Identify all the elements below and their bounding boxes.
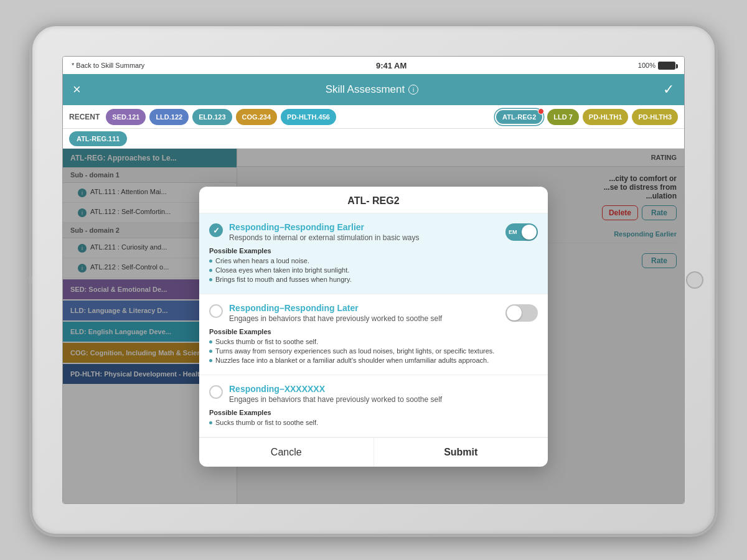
- tab-atlreg111[interactable]: ATL-REG.111: [69, 131, 127, 146]
- modal-option-1-text: Responding–Responding Earlier Responds t…: [229, 222, 419, 242]
- bullet: [209, 359, 212, 362]
- modal-title: ATL- REG2: [209, 195, 538, 207]
- tab-lld122[interactable]: LLD.122: [149, 109, 189, 125]
- bullet: [209, 259, 212, 263]
- info-icon[interactable]: i: [408, 85, 418, 95]
- camera: [686, 271, 703, 289]
- tab-sed121[interactable]: SED.121: [106, 109, 146, 125]
- modal-option-2-left: Responding–Responding Later Engages in b…: [209, 303, 442, 323]
- bullet: [209, 269, 212, 272]
- modal-body: Responding–Responding Earlier Responds t…: [199, 213, 548, 437]
- radio-button-3[interactable]: [209, 385, 223, 399]
- toggle-2[interactable]: EM: [505, 304, 538, 322]
- modal-option-1: Responding–Responding Earlier Responds t…: [199, 213, 548, 294]
- tab-eld123[interactable]: ELD.123: [192, 109, 232, 125]
- radio-button-2[interactable]: [209, 304, 223, 318]
- example-3-1: Sucks thumb or fist to soothe self.: [209, 419, 538, 426]
- modal-option-2: Responding–Responding Later Engages in b…: [199, 294, 548, 375]
- radio-button-1[interactable]: [209, 223, 223, 237]
- option-3-desc: Engages in behaviors that have previousl…: [229, 395, 442, 404]
- modal-option-2-text: Responding–Responding Later Engages in b…: [229, 303, 442, 323]
- option-3-title: Responding–XXXXXXX: [229, 384, 442, 394]
- modal-title-line1: ATL-: [347, 195, 369, 206]
- modal-dialog: ATL- REG2 Responding–R: [199, 187, 548, 467]
- header-title-text: Skill Assessment: [326, 83, 405, 96]
- side-button: [29, 276, 32, 284]
- battery-pct: 100%: [638, 62, 655, 69]
- option-1-title: Responding–Responding Earlier: [229, 222, 419, 232]
- tab-pdhlth1[interactable]: PD-HLTH1: [583, 109, 629, 125]
- tab-bar-row1: RECENT SED.121 LLD.122 ELD.123 COG.234 P…: [63, 105, 684, 129]
- tab-cog234[interactable]: COG.234: [236, 109, 277, 125]
- toggle-1-knob: [522, 225, 537, 240]
- main-content: ATL-REG: Approaches to Le... Sub - domai…: [63, 149, 684, 504]
- tab-pdhlth3[interactable]: PD-HLTH3: [632, 109, 678, 125]
- examples-header-2: Possible Examples: [209, 328, 538, 335]
- modal-overlay: ATL- REG2 Responding–R: [63, 149, 684, 504]
- modal-option-2-header: Responding–Responding Later Engages in b…: [209, 303, 538, 323]
- back-link[interactable]: * Back to Skill Summary: [72, 62, 144, 69]
- tab-pdhlth456[interactable]: PD-HLTH.456: [281, 109, 336, 125]
- ipad-frame: * Back to Skill Summary 9:41 AM 100% × S…: [31, 25, 716, 535]
- bullet: [209, 350, 212, 353]
- bullet: [209, 340, 212, 343]
- example-2-3: Nuzzles face into a blanket or a familia…: [209, 357, 538, 364]
- bullet: [209, 421, 212, 424]
- example-2-1: Sucks thumb or fist to soothe self.: [209, 338, 538, 345]
- header-bar: × Skill Assessment i ✓: [63, 74, 684, 105]
- modal-option-1-header: Responding–Responding Earlier Responds t…: [209, 222, 538, 242]
- modal-header: ATL- REG2: [199, 187, 548, 213]
- toggle-1-label: EM: [509, 229, 517, 235]
- example-1-1: Cries when hears a loud noise.: [209, 257, 538, 264]
- example-1-2: Closea eyes when taken into bright sunli…: [209, 266, 538, 274]
- toggle-wrapper-2: EM: [505, 304, 538, 322]
- header-title: Skill Assessment i: [326, 83, 419, 96]
- modal-option-3: Responding–XXXXXXX Engages in behaviors …: [199, 375, 548, 437]
- check-button[interactable]: ✓: [663, 82, 674, 98]
- toggle-2-knob: [507, 306, 522, 320]
- submit-button[interactable]: Submit: [374, 438, 548, 467]
- cancel-button[interactable]: Cancle: [199, 438, 374, 467]
- modal-option-1-left: Responding–Responding Earlier Responds t…: [209, 222, 419, 242]
- option-1-desc: Responds to internal or external stimula…: [229, 233, 419, 242]
- battery-icon: [658, 62, 675, 70]
- modal-footer: Cancle Submit: [199, 437, 548, 467]
- bullet: [209, 278, 212, 281]
- option-2-title: Responding–Responding Later: [229, 303, 442, 313]
- example-1-3: Brings fist to mouth and fusses when hun…: [209, 276, 538, 283]
- examples-header-3: Possible Examples: [209, 409, 538, 416]
- examples-header-1: Possible Examples: [209, 247, 538, 254]
- example-2-2: Turns away from sensory experiences such…: [209, 347, 538, 355]
- status-bar: * Back to Skill Summary 9:41 AM 100%: [63, 57, 684, 74]
- toggle-wrapper-1: EM: [505, 223, 538, 241]
- battery-fill: [659, 62, 675, 69]
- option-2-desc: Engages in behaviors that have previousl…: [229, 314, 442, 323]
- recent-label: RECENT: [69, 113, 100, 121]
- battery-indicator: 100%: [638, 62, 675, 70]
- toggle-1[interactable]: EM: [505, 223, 538, 241]
- modal-option-3-text: Responding–XXXXXXX Engages in behaviors …: [229, 384, 442, 404]
- close-button[interactable]: ×: [73, 82, 81, 98]
- tab-lld7[interactable]: LLD 7: [547, 109, 579, 125]
- tab-bar-row2: ATL-REG.111: [63, 129, 684, 149]
- modal-title-line2: REG2: [372, 195, 400, 206]
- tab-atlreg2[interactable]: ATL-REG2: [495, 109, 543, 125]
- modal-option-3-left: Responding–XXXXXXX Engages in behaviors …: [209, 384, 442, 404]
- time-display: 9:41 AM: [376, 61, 406, 70]
- modal-option-3-header: Responding–XXXXXXX Engages in behaviors …: [209, 384, 538, 404]
- ipad-screen: * Back to Skill Summary 9:41 AM 100% × S…: [62, 56, 685, 504]
